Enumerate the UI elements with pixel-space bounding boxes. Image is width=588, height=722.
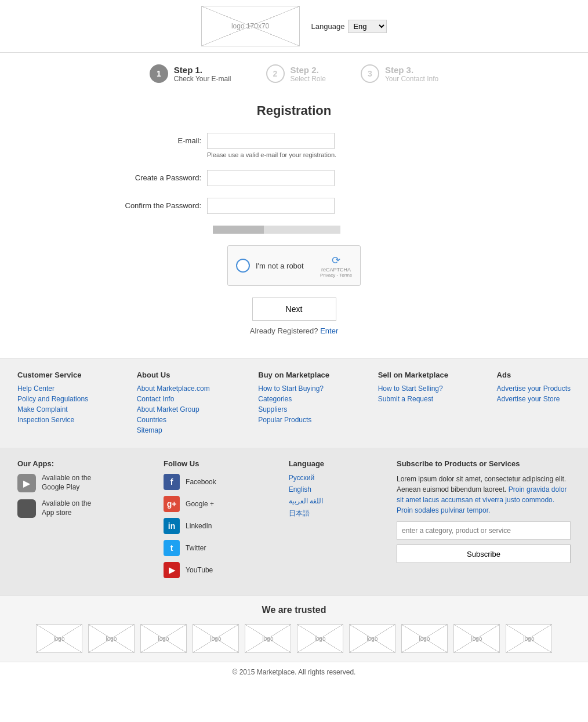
- complaint-link[interactable]: Make Complaint: [17, 405, 68, 413]
- step-3-labels: Step 3. Your Contact Info: [385, 65, 438, 83]
- step-2-labels: Step 2. Select Role: [291, 65, 326, 83]
- inspection-link[interactable]: Inspection Service: [17, 416, 74, 424]
- footer-col-buy: Buy on Marketplace How to Start Buying? …: [258, 371, 329, 436]
- youtube-label[interactable]: YouTube: [186, 566, 213, 574]
- countries-link[interactable]: Countries: [137, 416, 166, 424]
- footer-sell-heading: Sell on Marketplace: [378, 371, 448, 379]
- policy-link[interactable]: Policy and Regulations: [17, 395, 88, 403]
- recaptcha-checkbox[interactable]: [236, 259, 250, 273]
- trusted-logo-4: logo: [193, 624, 239, 653]
- recaptcha-container: I'm not a robot ⟳ reCAPTCHA Privacy - Te…: [103, 245, 485, 286]
- linkedin-social: in LinkedIn: [164, 518, 216, 534]
- google-label[interactable]: Google +: [186, 500, 214, 508]
- app-store-app: Avaliable on the App store: [17, 499, 91, 518]
- popular-products-link[interactable]: Popular Products: [258, 416, 311, 424]
- copyright-text: © 2015 Marketplace. All rights reserved.: [233, 668, 356, 676]
- advertise-store-link[interactable]: Advertise your Store: [497, 395, 560, 403]
- email-row: E-mail: Please use a valid e-mail for yo…: [103, 133, 485, 158]
- subscribe-button[interactable]: Subscribe: [397, 545, 571, 563]
- email-input[interactable]: [207, 133, 335, 149]
- lang-russian-link[interactable]: Русский: [289, 474, 315, 482]
- how-to-sell-link[interactable]: How to Start Selling?: [378, 384, 443, 393]
- twitter-label[interactable]: Twitter: [186, 544, 206, 552]
- apple-icon: [17, 499, 36, 518]
- list-item: Advertise your Store: [497, 394, 571, 403]
- trusted-section: We are trusted logo logo logo logo logo …: [0, 596, 588, 662]
- footer-customer-service-links: Help Center Policy and Regulations Make …: [17, 384, 88, 424]
- footer-top-grid: Customer Service Help Center Policy and …: [17, 371, 571, 436]
- footer-col-ads: Ads Advertise your Products Advertise yo…: [497, 371, 571, 436]
- footer-ads-heading: Ads: [497, 371, 571, 379]
- submit-request-link[interactable]: Submit a Request: [378, 395, 433, 403]
- footer-col-sell: Sell on Marketplace How to Start Selling…: [378, 371, 448, 436]
- already-registered-text: Already Registered?: [250, 326, 318, 335]
- trusted-logo-5: logo: [245, 624, 291, 653]
- list-item: Advertise your Products: [497, 384, 571, 393]
- list-item: Make Complaint: [17, 405, 88, 413]
- footer-bottom: Our Apps: ▶ Avaliable on the Google Play…: [0, 448, 588, 596]
- about-market-group-link[interactable]: About Market Group: [137, 405, 199, 413]
- footer-about-links: About Marketplace.com Contact Info About…: [137, 384, 210, 434]
- twitter-social: t Twitter: [164, 540, 216, 556]
- lang-arabic: اللغة العربية: [289, 497, 324, 505]
- help-center-link[interactable]: Help Center: [17, 384, 55, 393]
- footer-social-section: Follow Us f Facebook g+ Google + in Link…: [164, 459, 216, 584]
- trusted-logo-7: logo: [349, 624, 395, 653]
- trusted-logo-1: logo: [36, 624, 82, 653]
- lang-japanese-link[interactable]: 日本語: [289, 509, 310, 517]
- password-label: Create a Password:: [103, 170, 207, 182]
- list-item: Categories: [258, 394, 329, 403]
- confirm-password-label: Confirm the Password:: [103, 198, 207, 210]
- next-button[interactable]: Next: [252, 297, 336, 321]
- facebook-icon: f: [164, 474, 180, 490]
- footer-bottom-grid: Our Apps: ▶ Avaliable on the Google Play…: [17, 459, 571, 584]
- contact-info-link[interactable]: Contact Info: [137, 395, 175, 403]
- list-item: Inspection Service: [17, 415, 88, 424]
- language-dropdown[interactable]: Eng Rus Arabic: [348, 20, 387, 33]
- suppliers-link[interactable]: Suppliers: [258, 405, 287, 413]
- recaptcha-box[interactable]: I'm not a robot ⟳ reCAPTCHA Privacy - Te…: [227, 245, 361, 286]
- lang-english: English: [289, 485, 324, 494]
- categories-link[interactable]: Categories: [258, 395, 292, 403]
- footer-apps-section: Our Apps: ▶ Avaliable on the Google Play…: [17, 459, 91, 584]
- about-marketplace-link[interactable]: About Marketplace.com: [137, 384, 210, 393]
- password-strength-row: [103, 226, 485, 234]
- copyright: © 2015 Marketplace. All rights reserved.: [0, 662, 588, 682]
- list-item: Sitemap: [137, 426, 210, 434]
- email-hint: Please use a valid e-mail for your regis…: [207, 151, 336, 158]
- apps-heading: Our Apps:: [17, 459, 91, 468]
- youtube-icon: ▶: [164, 562, 180, 578]
- password-row: Create a Password:: [103, 170, 485, 186]
- footer-col-about: About Us About Marketplace.com Contact I…: [137, 371, 210, 436]
- lang-arabic-link[interactable]: اللغة العربية: [289, 497, 323, 505]
- lang-english-link[interactable]: English: [289, 485, 311, 494]
- footer-buy-links: How to Start Buying? Categories Supplier…: [258, 384, 329, 424]
- list-item: Countries: [137, 415, 210, 424]
- language-label: Language: [311, 22, 345, 31]
- footer-sell-links: How to Start Selling? Submit a Request: [378, 384, 448, 403]
- site-logo: logo 170x70: [201, 6, 300, 46]
- trusted-logos: logo logo logo logo logo logo logo logo …: [12, 624, 576, 653]
- trusted-logo-10: logo: [506, 624, 552, 653]
- password-input[interactable]: [207, 170, 335, 186]
- sitemap-link[interactable]: Sitemap: [137, 426, 162, 434]
- subscribe-input[interactable]: [397, 521, 571, 540]
- advertise-products-link[interactable]: Advertise your Products: [497, 384, 571, 393]
- next-button-row: Next: [103, 297, 485, 321]
- language-selector[interactable]: Language Eng Rus Arabic: [311, 20, 387, 33]
- footer-customer-service-heading: Customer Service: [17, 371, 88, 379]
- confirm-password-input[interactable]: [207, 198, 335, 214]
- linkedin-icon: in: [164, 518, 180, 534]
- enter-link[interactable]: Enter: [320, 326, 338, 335]
- facebook-label[interactable]: Facebook: [186, 478, 216, 486]
- how-to-buy-link[interactable]: How to Start Buying?: [258, 384, 324, 393]
- list-item: How to Start Buying?: [258, 384, 329, 393]
- confirm-password-row: Confirm the Password:: [103, 198, 485, 214]
- linkedin-label[interactable]: LinkedIn: [186, 522, 212, 530]
- list-item: Policy and Regulations: [17, 394, 88, 403]
- subscribe-heading: Subscribe to Products or Services: [397, 459, 571, 468]
- list-item: Help Center: [17, 384, 88, 393]
- list-item: How to Start Selling?: [378, 384, 448, 393]
- confirm-password-field-group: [207, 198, 335, 214]
- list-item: Contact Info: [137, 394, 210, 403]
